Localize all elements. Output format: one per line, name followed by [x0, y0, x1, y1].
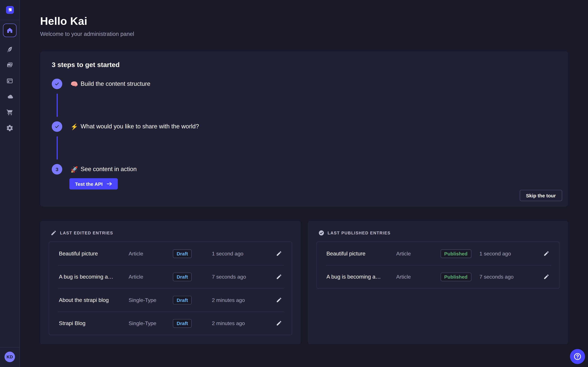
- step-emoji: 🧠: [70, 80, 78, 87]
- main-content: Hello Kai Welcome to your administration…: [20, 0, 588, 367]
- sidebar-item-media-library[interactable]: [2, 57, 17, 73]
- strapi-logo[interactable]: [0, 0, 19, 20]
- entry-time: 2 minutes ago: [212, 320, 274, 326]
- sidebar-item-home[interactable]: [3, 24, 17, 37]
- sidebar-item-marketplace[interactable]: [2, 105, 17, 120]
- pictures-icon: [6, 61, 14, 69]
- entry-time: 1 second ago: [479, 250, 542, 257]
- gear-icon: [6, 124, 14, 132]
- entry-type: Single-Type: [129, 297, 173, 303]
- tour-step: 3 🚀 See content in action: [52, 164, 556, 175]
- status-badge: Draft: [173, 296, 192, 304]
- edit-pencil-icon[interactable]: [276, 320, 282, 326]
- panel-header: LAST PUBLISHED ENTRIES: [318, 230, 558, 236]
- step-status-circle: [52, 121, 62, 132]
- sidebar-item-content-manager[interactable]: [2, 42, 17, 57]
- table-row[interactable]: Strapi Blog Single-Type Draft 2 minutes …: [49, 312, 292, 335]
- pencil-icon: [51, 230, 57, 236]
- step-text: See content in action: [81, 166, 137, 173]
- check-circle-icon: [318, 230, 324, 236]
- last-edited-panel: LAST EDITED ENTRIES Beautiful picture Ar…: [40, 221, 301, 344]
- status-badge: Published: [441, 249, 471, 258]
- table-row[interactable]: Beautiful picture Article Published 1 se…: [317, 242, 559, 265]
- step-status-circle: 3: [52, 164, 62, 175]
- entry-type: Article: [396, 250, 441, 257]
- page-subtitle: Welcome to your administration panel: [40, 31, 588, 37]
- entry-type: Article: [396, 274, 441, 280]
- entry-title: Beautiful picture: [327, 250, 396, 257]
- entries-table: Beautiful picture Article Published 1 se…: [316, 242, 560, 289]
- entry-title: A bug is becoming a…: [59, 274, 129, 280]
- home-icon: [6, 27, 13, 33]
- entry-type: Single-Type: [129, 320, 173, 326]
- entry-type: Article: [129, 250, 173, 257]
- edit-pencil-icon[interactable]: [543, 250, 549, 257]
- layout-icon: [6, 77, 14, 85]
- sidebar-item-content-type-builder[interactable]: [2, 73, 17, 89]
- step-label: ⚡ What would you like to share with the …: [70, 123, 199, 130]
- sidebar-footer: KD: [0, 347, 19, 367]
- edit-pencil-icon[interactable]: [276, 274, 282, 280]
- entry-title: A bug is becoming a…: [327, 274, 396, 280]
- step-emoji: ⚡: [70, 123, 78, 130]
- tour-step: ⚡ What would you like to share with the …: [52, 121, 556, 132]
- entry-title: About the strapi blog: [59, 297, 129, 303]
- panel-header: LAST EDITED ENTRIES: [51, 230, 290, 236]
- status-badge: Draft: [173, 272, 192, 281]
- step-text: Build the content structure: [81, 81, 150, 87]
- entry-title: Beautiful picture: [59, 250, 129, 257]
- cloud-icon: [6, 93, 14, 100]
- tour-title: 3 steps to get started: [52, 61, 556, 69]
- help-button[interactable]: [570, 349, 585, 364]
- step-label: 🚀 See content in action: [70, 166, 137, 173]
- last-published-panel: LAST PUBLISHED ENTRIES Beautiful picture…: [308, 221, 568, 344]
- table-row[interactable]: About the strapi blog Single-Type Draft …: [49, 288, 292, 312]
- status-badge: Published: [441, 272, 471, 281]
- edit-pencil-icon[interactable]: [276, 297, 282, 303]
- page-title: Hello Kai: [40, 15, 588, 27]
- panel-title: LAST EDITED ENTRIES: [60, 231, 113, 235]
- sidebar-nav: [0, 20, 19, 136]
- step-emoji: 🚀: [70, 166, 78, 173]
- step-label: 🧠 Build the content structure: [70, 80, 150, 87]
- step-text: What would you like to share with the wo…: [81, 123, 199, 130]
- step-status-circle: [52, 79, 62, 89]
- guided-tour-card: 3 steps to get started 🧠 Build the conte…: [40, 51, 568, 207]
- cart-icon: [6, 109, 14, 116]
- entry-time: 1 second ago: [212, 250, 274, 257]
- app-root: KD Hello Kai Welcome to your administrat…: [0, 0, 588, 367]
- table-row[interactable]: A bug is becoming a… Article Published 7…: [317, 265, 559, 288]
- table-row[interactable]: A bug is becoming a… Article Draft 7 sec…: [49, 265, 292, 288]
- arrow-right-icon: [106, 182, 112, 186]
- entries-table: Beautiful picture Article Draft 1 second…: [49, 242, 292, 335]
- sidebar-item-deploy[interactable]: [2, 89, 17, 104]
- test-api-label: Test the API: [75, 181, 103, 187]
- table-row[interactable]: Beautiful picture Article Draft 1 second…: [49, 242, 292, 265]
- feather-icon: [6, 46, 13, 53]
- entry-type: Article: [129, 274, 173, 280]
- edit-pencil-icon[interactable]: [543, 274, 549, 280]
- sidebar: KD: [0, 0, 20, 367]
- entry-title: Strapi Blog: [59, 320, 129, 326]
- status-badge: Draft: [173, 249, 192, 258]
- panel-title: LAST PUBLISHED ENTRIES: [328, 231, 390, 235]
- sidebar-item-settings[interactable]: [2, 120, 17, 136]
- avatar[interactable]: KD: [5, 352, 15, 362]
- edit-pencil-icon[interactable]: [276, 250, 282, 257]
- step-connector-line: [57, 136, 58, 159]
- tour-step: 🧠 Build the content structure: [52, 79, 556, 89]
- skip-tour-button[interactable]: Skip the tour: [519, 190, 562, 201]
- entry-time: 7 seconds ago: [212, 274, 274, 280]
- entry-time: 7 seconds ago: [479, 274, 542, 280]
- status-badge: Draft: [173, 319, 192, 327]
- question-circle-icon: [573, 352, 582, 361]
- tour-steps: 🧠 Build the content structure ⚡ What wou…: [52, 79, 556, 175]
- test-api-button[interactable]: Test the API: [69, 178, 118, 190]
- strapi-logo-icon: [6, 6, 14, 14]
- entries-panels: LAST EDITED ENTRIES Beautiful picture Ar…: [40, 221, 568, 344]
- entry-time: 2 minutes ago: [212, 297, 274, 303]
- step-connector-line: [57, 94, 58, 117]
